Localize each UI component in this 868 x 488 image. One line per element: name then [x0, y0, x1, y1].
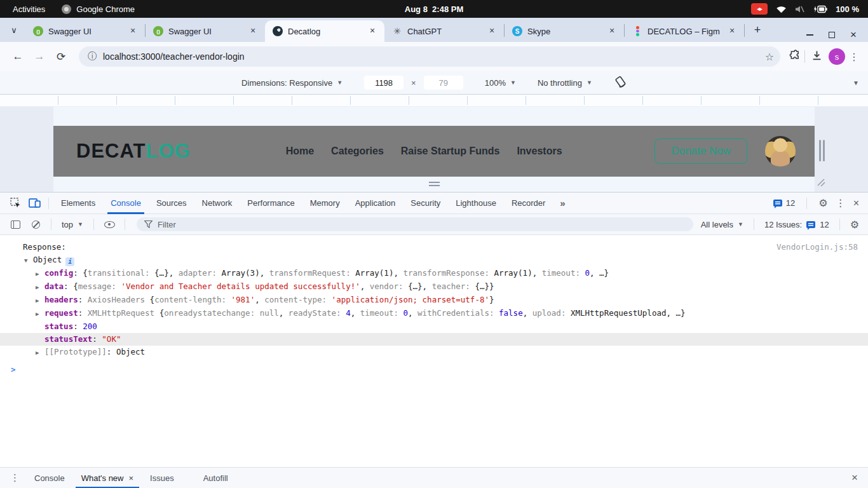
- drawer-tab-whats-new[interactable]: What's new ×: [73, 468, 142, 488]
- tab-close-button[interactable]: ×: [127, 25, 139, 37]
- donate-now-button[interactable]: Donate Now: [654, 139, 747, 164]
- viewport-width-input[interactable]: [364, 76, 403, 90]
- devtools-menu-kebab-icon[interactable]: ⋮: [836, 197, 846, 209]
- devtools-tab-lighthouse[interactable]: Lighthouse: [449, 193, 503, 214]
- browser-tab-decatlog-active[interactable]: Decatlog ×: [265, 20, 384, 42]
- expand-arrow-icon[interactable]: ▶: [36, 294, 44, 307]
- url-text[interactable]: localhost:3000/teacher-vendor-login: [103, 51, 759, 62]
- console-token: data: [44, 281, 64, 291]
- info-badge[interactable]: i: [65, 257, 74, 266]
- log-levels-select[interactable]: All levels ▼: [701, 220, 743, 229]
- device-toolbar-more-chevron-icon[interactable]: ▼: [853, 79, 859, 86]
- browser-tab-figma[interactable]: DECATLOG – Figm ×: [625, 20, 744, 42]
- clear-console-icon[interactable]: [27, 216, 44, 233]
- back-button[interactable]: ←: [9, 48, 27, 65]
- drawer-menu-kebab-icon[interactable]: ⋮: [6, 472, 26, 484]
- tab-close-button[interactable]: ×: [247, 25, 259, 37]
- bookmark-star-icon[interactable]: ☆: [765, 51, 774, 63]
- browser-tab-skype[interactable]: S Skype ×: [505, 20, 624, 42]
- devtools-close-icon[interactable]: ×: [853, 198, 859, 209]
- zoom-select[interactable]: 100% ▼: [485, 78, 516, 88]
- devtools-tab-application[interactable]: Application: [348, 193, 403, 214]
- devtools-tab-elements[interactable]: Elements: [54, 193, 102, 214]
- drawer-tab-close-icon[interactable]: ×: [129, 473, 134, 483]
- focused-app-indicator[interactable]: Google Chrome: [62, 4, 135, 14]
- tab-close-button[interactable]: ×: [486, 25, 498, 37]
- drawer-tab-issues[interactable]: Issues: [142, 468, 182, 488]
- source-location-link[interactable]: VendorLogin.js:58: [776, 241, 858, 254]
- live-expression-eye-icon[interactable]: [100, 216, 118, 233]
- reload-button[interactable]: ⟳: [52, 48, 70, 65]
- nav-link-raise-startup-funds[interactable]: Raise Startup Funds: [401, 146, 500, 157]
- more-tabs-icon[interactable]: »: [553, 198, 571, 208]
- user-avatar[interactable]: [765, 136, 796, 166]
- drawer-tab-autofill[interactable]: Autofill: [195, 468, 236, 488]
- expand-arrow-icon[interactable]: ▶: [36, 281, 44, 294]
- device-dimensions-select[interactable]: Dimensions: Responsive ▼: [241, 78, 342, 88]
- device-toolbar-toggle-icon[interactable]: [25, 195, 43, 212]
- console-filter-box[interactable]: [137, 217, 693, 231]
- devtools-tab-memory[interactable]: Memory: [303, 193, 347, 214]
- extensions-icon[interactable]: [789, 50, 801, 64]
- activities-button[interactable]: Activities: [13, 4, 45, 14]
- expand-arrow-icon[interactable]: ▼: [24, 254, 33, 267]
- globe-icon: [273, 26, 283, 36]
- rotate-viewport-icon[interactable]: [614, 76, 627, 90]
- drawer-close-icon[interactable]: ×: [851, 471, 862, 484]
- page-scrollbar[interactable]: [823, 140, 825, 161]
- tab-close-button[interactable]: ×: [606, 25, 618, 37]
- devtools-tab-network[interactable]: Network: [195, 193, 240, 214]
- forward-button[interactable]: →: [31, 48, 48, 65]
- swagger-icon: {}: [33, 26, 43, 36]
- window-close-button[interactable]: ×: [850, 32, 857, 38]
- console-prompt-row[interactable]: >: [0, 365, 868, 374]
- devtools-drag-handle[interactable]: [429, 182, 440, 186]
- console-line: status: 200: [0, 320, 868, 333]
- clock[interactable]: Aug 8 2:48 PM: [405, 4, 463, 14]
- devtools-tab-security[interactable]: Security: [403, 193, 447, 214]
- nav-link-investors[interactable]: Investors: [517, 146, 562, 157]
- browser-menu-kebab-icon[interactable]: ⋮: [849, 51, 859, 63]
- console-settings-gear-icon[interactable]: ⚙: [850, 219, 859, 231]
- devtools-tab-console[interactable]: Console: [104, 193, 148, 214]
- window-minimize-button[interactable]: [806, 34, 813, 36]
- expand-arrow-icon[interactable]: ▶: [36, 308, 44, 320]
- issues-indicator[interactable]: 12 Issues: 12: [764, 220, 829, 229]
- inspect-element-icon[interactable]: [6, 195, 24, 212]
- devtools-tab-sources[interactable]: Sources: [149, 193, 194, 214]
- filter-input[interactable]: [158, 220, 686, 229]
- browser-tab-swagger-1[interactable]: {} Swagger UI ×: [25, 20, 145, 42]
- console-token: , …}: [590, 268, 609, 278]
- browser-tab-chatgpt[interactable]: ✳ ChatGPT ×: [384, 20, 504, 42]
- console-token: 0: [403, 308, 409, 318]
- new-tab-button[interactable]: +: [749, 21, 766, 39]
- expand-arrow-icon[interactable]: ▶: [36, 346, 44, 359]
- tab-search-button[interactable]: ∨: [5, 21, 23, 39]
- viewport-height-input[interactable]: [424, 76, 463, 90]
- browser-tab-swagger-2[interactable]: {} Swagger UI ×: [146, 20, 265, 42]
- devtools-tab-recorder[interactable]: Recorder: [505, 193, 552, 214]
- site-info-icon[interactable]: ⓘ: [88, 51, 97, 62]
- throttling-select[interactable]: No throttling ▼: [538, 78, 592, 88]
- javascript-context-select[interactable]: top ▼: [58, 220, 87, 229]
- downloads-icon[interactable]: [809, 50, 825, 64]
- tab-close-button[interactable]: ×: [726, 25, 738, 37]
- nav-link-home[interactable]: Home: [286, 146, 314, 157]
- site-logo[interactable]: DECATLOG: [76, 140, 191, 163]
- viewport-resize-handle[interactable]: [816, 177, 826, 187]
- nav-link-categories[interactable]: Categories: [331, 146, 384, 157]
- system-tray[interactable]: ◂▸ 100 %: [751, 3, 868, 15]
- console-sidebar-toggle-icon[interactable]: [6, 216, 24, 233]
- page-scrollbar[interactable]: [819, 140, 821, 161]
- devtools-tab-performance[interactable]: Performance: [240, 193, 301, 214]
- profile-avatar[interactable]: s: [829, 48, 845, 65]
- tab-close-button[interactable]: ×: [367, 25, 378, 37]
- address-bar[interactable]: ⓘ localhost:3000/teacher-vendor-login ☆: [79, 46, 780, 67]
- console-token: 'Vendor and Teacher details updated succ…: [121, 281, 360, 291]
- window-restore-button[interactable]: [829, 32, 835, 38]
- drawer-tab-console[interactable]: Console: [26, 468, 73, 488]
- console-token: message:: [78, 281, 121, 291]
- console-messages-indicator[interactable]: 12: [773, 198, 795, 208]
- devtools-settings-gear-icon[interactable]: ⚙: [818, 197, 827, 209]
- expand-arrow-icon[interactable]: ▶: [36, 268, 44, 280]
